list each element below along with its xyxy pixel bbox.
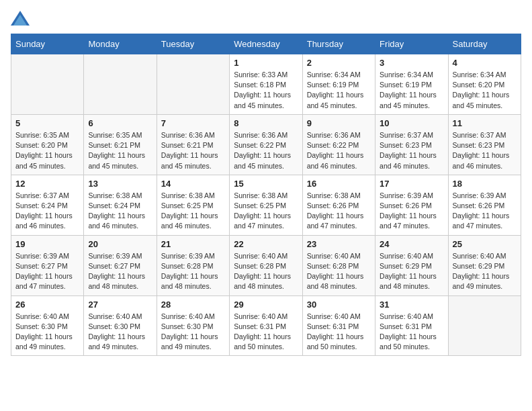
calendar-cell: 23Sunrise: 6:40 AM Sunset: 6:28 PM Dayli…: [302, 235, 375, 295]
day-number: 24: [380, 239, 443, 249]
day-number: 29: [234, 300, 298, 310]
calendar-week-row: 5Sunrise: 6:35 AM Sunset: 6:20 PM Daylig…: [11, 114, 521, 175]
calendar-cell: 31Sunrise: 6:40 AM Sunset: 6:31 PM Dayli…: [375, 295, 448, 356]
day-info: Sunrise: 6:40 AM Sunset: 6:31 PM Dayligh…: [380, 312, 443, 353]
day-number: 14: [161, 179, 225, 189]
day-info: Sunrise: 6:39 AM Sunset: 6:26 PM Dayligh…: [453, 191, 517, 232]
calendar-cell: 3Sunrise: 6:34 AM Sunset: 6:19 PM Daylig…: [375, 54, 448, 115]
calendar-cell: 19Sunrise: 6:39 AM Sunset: 6:27 PM Dayli…: [11, 235, 84, 295]
calendar-cell: 20Sunrise: 6:39 AM Sunset: 6:27 PM Dayli…: [84, 235, 157, 295]
calendar-table: SundayMondayTuesdayWednesdayThursdayFrid…: [11, 34, 521, 356]
calendar-cell: 27Sunrise: 6:40 AM Sunset: 6:30 PM Dayli…: [84, 295, 157, 356]
day-header-tuesday: Tuesday: [157, 34, 229, 54]
calendar-cell: 8Sunrise: 6:36 AM Sunset: 6:22 PM Daylig…: [230, 114, 302, 175]
day-info: Sunrise: 6:40 AM Sunset: 6:29 PM Dayligh…: [453, 251, 517, 292]
calendar-cell: 24Sunrise: 6:40 AM Sunset: 6:29 PM Dayli…: [375, 235, 448, 295]
calendar-cell: [11, 54, 84, 115]
day-number: 19: [15, 239, 79, 249]
calendar-week-row: 1Sunrise: 6:33 AM Sunset: 6:18 PM Daylig…: [11, 54, 521, 115]
day-number: 8: [234, 118, 298, 128]
day-number: 27: [88, 300, 152, 310]
logo-icon: [11, 11, 30, 26]
day-info: Sunrise: 6:38 AM Sunset: 6:25 PM Dayligh…: [161, 191, 225, 232]
calendar-cell: 22Sunrise: 6:40 AM Sunset: 6:28 PM Dayli…: [230, 235, 302, 295]
calendar-cell: 2Sunrise: 6:34 AM Sunset: 6:19 PM Daylig…: [302, 54, 375, 115]
day-info: Sunrise: 6:40 AM Sunset: 6:30 PM Dayligh…: [161, 312, 225, 353]
day-info: Sunrise: 6:38 AM Sunset: 6:25 PM Dayligh…: [234, 191, 298, 232]
day-info: Sunrise: 6:40 AM Sunset: 6:30 PM Dayligh…: [88, 312, 152, 353]
day-info: Sunrise: 6:40 AM Sunset: 6:31 PM Dayligh…: [307, 312, 371, 353]
calendar-cell: 16Sunrise: 6:38 AM Sunset: 6:26 PM Dayli…: [302, 175, 375, 235]
calendar-cell: 9Sunrise: 6:36 AM Sunset: 6:22 PM Daylig…: [302, 114, 375, 175]
calendar-cell: 30Sunrise: 6:40 AM Sunset: 6:31 PM Dayli…: [302, 295, 375, 356]
day-info: Sunrise: 6:33 AM Sunset: 6:18 PM Dayligh…: [234, 70, 298, 111]
calendar-week-row: 12Sunrise: 6:37 AM Sunset: 6:24 PM Dayli…: [11, 175, 521, 235]
day-header-thursday: Thursday: [302, 34, 375, 54]
day-info: Sunrise: 6:40 AM Sunset: 6:28 PM Dayligh…: [234, 251, 298, 292]
day-header-wednesday: Wednesday: [230, 34, 302, 54]
day-info: Sunrise: 6:36 AM Sunset: 6:22 PM Dayligh…: [307, 130, 371, 171]
calendar-cell: 29Sunrise: 6:40 AM Sunset: 6:31 PM Dayli…: [230, 295, 302, 356]
calendar-cell: 11Sunrise: 6:37 AM Sunset: 6:23 PM Dayli…: [448, 114, 521, 175]
day-number: 11: [453, 118, 517, 128]
calendar-cell: [157, 54, 229, 115]
calendar-cell: 5Sunrise: 6:35 AM Sunset: 6:20 PM Daylig…: [11, 114, 84, 175]
day-header-friday: Friday: [375, 34, 448, 54]
day-number: 17: [380, 179, 443, 189]
day-number: 5: [15, 118, 79, 128]
calendar-cell: 17Sunrise: 6:39 AM Sunset: 6:26 PM Dayli…: [375, 175, 448, 235]
day-number: 9: [307, 118, 371, 128]
day-info: Sunrise: 6:36 AM Sunset: 6:21 PM Dayligh…: [161, 130, 225, 171]
day-number: 26: [15, 300, 79, 310]
calendar-cell: 21Sunrise: 6:39 AM Sunset: 6:28 PM Dayli…: [157, 235, 229, 295]
day-number: 31: [380, 300, 443, 310]
calendar-header-row: SundayMondayTuesdayWednesdayThursdayFrid…: [11, 34, 521, 54]
day-number: 6: [88, 118, 152, 128]
day-info: Sunrise: 6:34 AM Sunset: 6:20 PM Dayligh…: [453, 70, 517, 111]
day-info: Sunrise: 6:39 AM Sunset: 6:26 PM Dayligh…: [380, 191, 443, 232]
calendar-week-row: 19Sunrise: 6:39 AM Sunset: 6:27 PM Dayli…: [11, 235, 521, 295]
day-info: Sunrise: 6:40 AM Sunset: 6:28 PM Dayligh…: [307, 251, 371, 292]
day-info: Sunrise: 6:39 AM Sunset: 6:27 PM Dayligh…: [88, 251, 152, 292]
day-info: Sunrise: 6:36 AM Sunset: 6:22 PM Dayligh…: [234, 130, 298, 171]
day-number: 15: [234, 179, 298, 189]
day-number: 30: [307, 300, 371, 310]
day-number: 4: [453, 58, 517, 68]
day-info: Sunrise: 6:40 AM Sunset: 6:31 PM Dayligh…: [234, 312, 298, 353]
calendar-cell: 18Sunrise: 6:39 AM Sunset: 6:26 PM Dayli…: [448, 175, 521, 235]
day-info: Sunrise: 6:35 AM Sunset: 6:20 PM Dayligh…: [15, 130, 79, 171]
calendar-cell: 10Sunrise: 6:37 AM Sunset: 6:23 PM Dayli…: [375, 114, 448, 175]
day-info: Sunrise: 6:34 AM Sunset: 6:19 PM Dayligh…: [307, 70, 371, 111]
calendar-cell: 14Sunrise: 6:38 AM Sunset: 6:25 PM Dayli…: [157, 175, 229, 235]
day-info: Sunrise: 6:38 AM Sunset: 6:26 PM Dayligh…: [307, 191, 371, 232]
day-info: Sunrise: 6:40 AM Sunset: 6:30 PM Dayligh…: [15, 312, 79, 353]
calendar-cell: 15Sunrise: 6:38 AM Sunset: 6:25 PM Dayli…: [230, 175, 302, 235]
day-info: Sunrise: 6:39 AM Sunset: 6:28 PM Dayligh…: [161, 251, 225, 292]
page-header: [11, 11, 521, 26]
day-header-saturday: Saturday: [448, 34, 521, 54]
calendar-cell: 7Sunrise: 6:36 AM Sunset: 6:21 PM Daylig…: [157, 114, 229, 175]
day-number: 20: [88, 239, 152, 249]
day-info: Sunrise: 6:34 AM Sunset: 6:19 PM Dayligh…: [380, 70, 443, 111]
calendar-week-row: 26Sunrise: 6:40 AM Sunset: 6:30 PM Dayli…: [11, 295, 521, 356]
day-number: 2: [307, 58, 371, 68]
day-info: Sunrise: 6:37 AM Sunset: 6:23 PM Dayligh…: [380, 130, 443, 171]
day-number: 1: [234, 58, 298, 68]
calendar-cell: 13Sunrise: 6:38 AM Sunset: 6:24 PM Dayli…: [84, 175, 157, 235]
day-number: 10: [380, 118, 443, 128]
calendar-cell: 26Sunrise: 6:40 AM Sunset: 6:30 PM Dayli…: [11, 295, 84, 356]
calendar-cell: 12Sunrise: 6:37 AM Sunset: 6:24 PM Dayli…: [11, 175, 84, 235]
day-number: 3: [380, 58, 443, 68]
day-header-monday: Monday: [84, 34, 157, 54]
calendar-cell: 1Sunrise: 6:33 AM Sunset: 6:18 PM Daylig…: [230, 54, 302, 115]
day-number: 16: [307, 179, 371, 189]
logo: [11, 11, 32, 26]
calendar-cell: 25Sunrise: 6:40 AM Sunset: 6:29 PM Dayli…: [448, 235, 521, 295]
calendar-cell: [84, 54, 157, 115]
day-number: 22: [234, 239, 298, 249]
day-info: Sunrise: 6:35 AM Sunset: 6:21 PM Dayligh…: [88, 130, 152, 171]
day-number: 18: [453, 179, 517, 189]
calendar-cell: 28Sunrise: 6:40 AM Sunset: 6:30 PM Dayli…: [157, 295, 229, 356]
day-number: 12: [15, 179, 79, 189]
calendar-cell: 6Sunrise: 6:35 AM Sunset: 6:21 PM Daylig…: [84, 114, 157, 175]
